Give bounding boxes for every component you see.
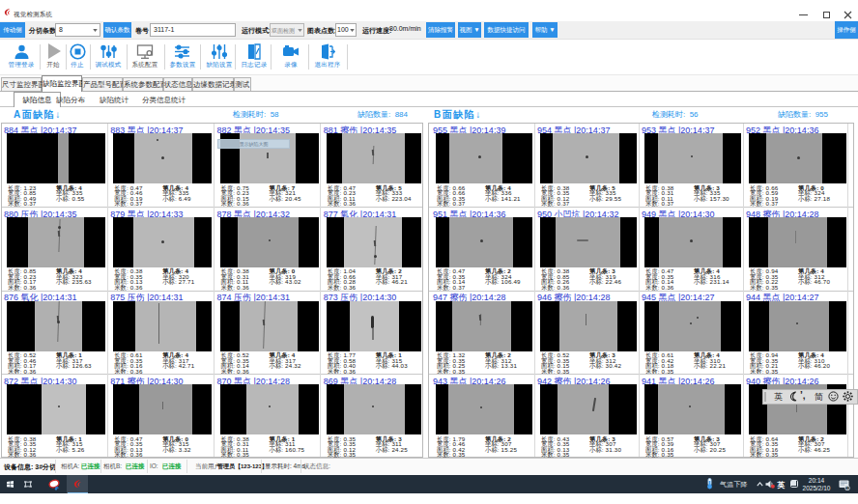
svg-text:1: 1 [846, 486, 848, 490]
